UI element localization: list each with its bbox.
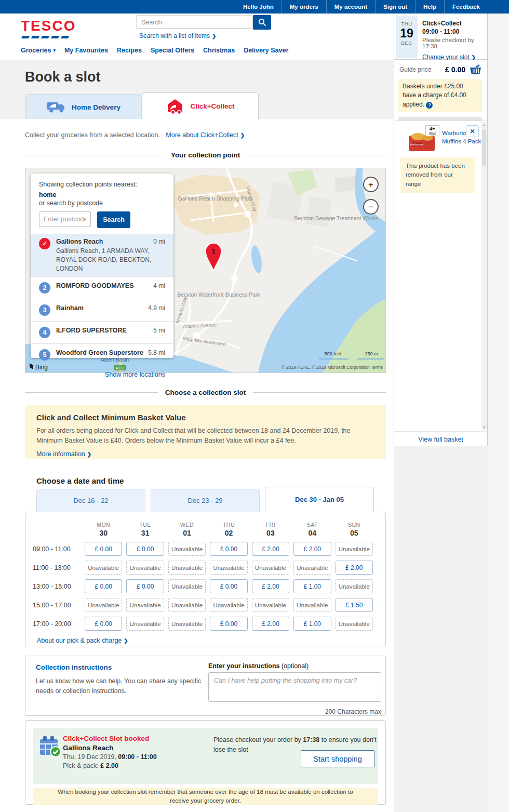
nav-item[interactable]: Delivery Saver: [244, 47, 288, 54]
slot-button[interactable]: £ 2.00: [252, 617, 289, 631]
slot-button: Unavailable: [252, 561, 289, 575]
search-button[interactable]: [253, 15, 271, 30]
show-more-locations-link[interactable]: Show more locations: [105, 371, 165, 378]
remove-product-button[interactable]: ✕: [466, 125, 479, 137]
instructions-field-label: Enter your instructions (optional): [208, 662, 381, 670]
slot-time-label: 09:00 - 11:00: [33, 545, 83, 553]
top-bar-item[interactable]: My account: [326, 0, 375, 14]
top-bar-item[interactable]: Sign out: [375, 0, 415, 14]
week-tab[interactable]: Dec 23 - 29: [151, 489, 260, 512]
scroll-down-icon[interactable]: ▼: [481, 425, 487, 429]
help-question-icon[interactable]: ?: [426, 102, 433, 109]
slot-button[interactable]: £ 0.00: [210, 542, 247, 556]
map[interactable]: Gallions Reach Shopping Park Hornet Way …: [25, 168, 386, 373]
top-bar-item[interactable]: Help: [415, 0, 444, 14]
more-about-link[interactable]: More about Click+Collect❯: [166, 131, 245, 139]
slot-button: Unavailable: [210, 598, 247, 612]
top-bar-item[interactable]: My orders: [282, 0, 326, 14]
slot-button: Unavailable: [293, 561, 331, 575]
minus-icon: −: [368, 202, 373, 212]
view-full-basket-link[interactable]: View full basket: [418, 436, 463, 443]
week-tab[interactable]: Dec 16 - 22: [36, 489, 145, 512]
svg-text:1: 1: [211, 247, 215, 255]
main-content: Collect your groceries from a selected l…: [0, 119, 394, 812]
slot-button[interactable]: £ 2.00: [252, 542, 289, 556]
nav-item[interactable]: Special Offers: [151, 47, 194, 54]
collection-instructions-body: Let us know how we can help. You can sha…: [36, 676, 210, 696]
basket-items-panel: Warburtons 4+ days Warburtons Muffins 4 …: [394, 121, 488, 431]
basket-summary-panel: Guide price £ 0.00 Baskets under £25.00 …: [394, 60, 488, 121]
slot-button: Unavailable: [126, 561, 164, 575]
slot-button[interactable]: £ 1.00: [293, 579, 331, 593]
tab-home-delivery[interactable]: Home Delivery: [25, 94, 142, 119]
slot-button[interactable]: £ 0.00: [85, 617, 122, 631]
slot-button[interactable]: £ 2.00: [293, 542, 331, 556]
nav-item[interactable]: Groceries▾: [21, 47, 56, 54]
product-freshness-badge: 4+ days: [425, 125, 439, 136]
basket-scrollbar[interactable]: ▲ ▼: [481, 122, 487, 430]
collection-instructions-panel: Collection instructions Let us know how …: [25, 656, 386, 716]
week-tab[interactable]: Dec 30 - Jan 05: [265, 487, 374, 512]
char-max-label: 200 Characters max: [208, 708, 381, 715]
start-shopping-button[interactable]: Start shopping: [301, 750, 374, 767]
slot-button: Unavailable: [126, 617, 164, 631]
top-bar-item[interactable]: Feedback: [444, 0, 488, 14]
day-header: SAT04: [291, 522, 333, 537]
collection-point-item[interactable]: 2ROMFORD GOODMAYES4 mi: [31, 276, 173, 299]
top-bar-item[interactable]: Hello John: [235, 0, 282, 14]
day-header-row: MON30TUE31WED01THU02FRI03SAT04SUN05: [83, 522, 375, 537]
slot-row: 17:00 - 20:00£ 0.00UnavailableUnavailabl…: [33, 617, 375, 631]
slot-button[interactable]: £ 0.00: [210, 617, 247, 631]
basket-icon[interactable]: [469, 64, 482, 75]
search-input[interactable]: [137, 16, 252, 29]
choose-slot-heading: Choose a collection slot: [25, 389, 386, 396]
collection-points-card: Showing collection points nearest: home …: [31, 174, 173, 358]
collection-point-distance: 4.9 mi: [148, 304, 165, 312]
more-information-link[interactable]: More information❯: [36, 450, 91, 458]
slot-button[interactable]: £ 0.00: [210, 579, 247, 593]
booked-slot-summary: Click+Collect Slot booked Gallions Reach…: [33, 728, 378, 784]
slot-button: Unavailable: [336, 617, 373, 631]
slot-time-label: 11:00 - 13:00: [33, 564, 83, 571]
slot-button[interactable]: £ 0.00: [126, 579, 164, 593]
instructions-textarea[interactable]: [208, 672, 381, 702]
slot-button[interactable]: £ 2.00: [252, 579, 289, 593]
map-zoom-out-button[interactable]: −: [364, 199, 378, 214]
choose-date-time-heading: Choose a date and time: [36, 476, 124, 485]
logo-text: TESCO: [21, 18, 76, 34]
slot-button: Unavailable: [168, 617, 206, 631]
slot-date-box: THU 19 DEC: [396, 16, 418, 58]
view-full-basket-row: View full basket: [394, 431, 488, 446]
slot-button[interactable]: £ 1.00: [293, 617, 331, 631]
collection-point-item[interactable]: 4ILFORD SUPERSTORE5 mi: [31, 321, 173, 343]
collection-point-item[interactable]: 5Woodford Green Superstore5.8 mi: [31, 343, 173, 366]
slot-button[interactable]: £ 0.00: [126, 542, 164, 556]
nav-item[interactable]: Christmas: [203, 47, 235, 54]
tab-click-collect[interactable]: Click+Collect: [142, 92, 259, 119]
tesco-logo[interactable]: TESCO: [21, 18, 76, 38]
scrollbar-thumb[interactable]: [482, 129, 486, 166]
collection-point-name: ROMFORD GOODMAYES: [56, 282, 134, 289]
slot-button[interactable]: £ 0.00: [85, 579, 122, 593]
map-zoom-in-button[interactable]: +: [364, 177, 378, 192]
selected-check-icon: ✓: [39, 238, 50, 249]
calendar-booked-icon: [39, 735, 62, 758]
postcode-input[interactable]: [39, 211, 91, 227]
collection-point-distance: 5 mi: [153, 327, 165, 334]
slot-button[interactable]: £ 2.00: [336, 561, 373, 575]
collection-point-item[interactable]: 3Rainham4.9 mi: [31, 299, 173, 321]
svg-text:Warburtons: Warburtons: [410, 143, 423, 146]
slot-time-label: 13:00 - 15:00: [33, 583, 83, 590]
product-removed-notice: This product has been removed from our r…: [400, 157, 475, 193]
search-list-link[interactable]: Search with a list of items❯: [139, 32, 216, 39]
nav-item[interactable]: My Favourites: [64, 47, 108, 54]
postcode-search-button[interactable]: Search: [97, 211, 130, 228]
slot-button[interactable]: £ 0.00: [85, 542, 122, 556]
slot-info: Click+Collect 09:00 - 11:00 Please check…: [422, 20, 487, 61]
pick-pack-charge-link[interactable]: About our pick & pack charge❯: [37, 637, 128, 644]
nav-item[interactable]: Recipes: [117, 47, 142, 54]
scroll-up-icon[interactable]: ▲: [481, 123, 487, 127]
collection-point-item[interactable]: ✓Gallions Reach0 miGallions Reach, 1 ARM…: [31, 234, 173, 276]
slot-button: Unavailable: [126, 598, 164, 612]
slot-button[interactable]: £ 1.50: [336, 598, 373, 612]
